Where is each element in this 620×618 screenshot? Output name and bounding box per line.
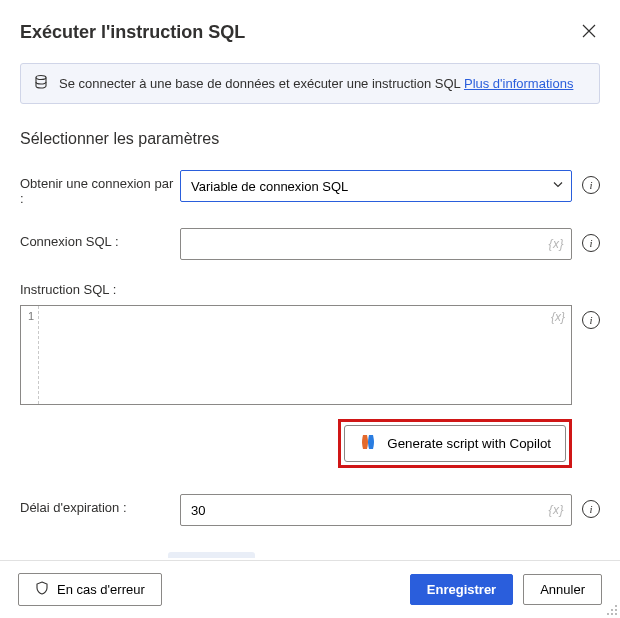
timeout-input[interactable] [180,494,572,526]
line-number: 1 [21,306,39,404]
chevron-right-icon [20,556,30,559]
svg-point-2 [611,609,613,611]
generate-script-copilot-button[interactable]: Generate script with Copilot [344,425,566,462]
svg-point-3 [615,609,617,611]
on-error-button[interactable]: En cas d'erreur [18,573,162,606]
sql-instruction-label: Instruction SQL : [20,282,600,297]
info-icon[interactable]: i [582,500,600,518]
info-bar: Se connecter à une base de données et ex… [20,63,600,104]
copilot-highlight: Generate script with Copilot [338,419,572,468]
variable-tag[interactable]: QueryResult [168,552,255,558]
section-heading: Sélectionner les paramètres [20,130,600,148]
save-button[interactable]: Enregistrer [410,574,513,605]
svg-point-5 [611,613,613,615]
resize-grip[interactable] [606,604,618,616]
info-text: Se connecter à une base de données et ex… [59,76,573,91]
svg-point-1 [615,605,617,607]
svg-point-4 [607,613,609,615]
connection-by-label: Obtenir une connexion par : [20,170,180,206]
info-icon[interactable]: i [582,311,600,329]
copilot-icon [359,433,377,454]
dialog-title: Exécuter l'instruction SQL [20,22,245,43]
variable-placeholder-icon: {x} [551,310,565,324]
variables-produced-toggle[interactable]: Variables produites [20,556,156,559]
cancel-button[interactable]: Annuler [523,574,602,605]
close-icon[interactable] [578,20,600,45]
sql-connection-label: Connexion SQL : [20,228,180,249]
svg-point-6 [615,613,617,615]
info-icon[interactable]: i [582,234,600,252]
timeout-label: Délai d'expiration : [20,494,180,515]
svg-point-0 [36,76,46,80]
database-icon [33,74,49,93]
more-info-link[interactable]: Plus d'informations [464,76,573,91]
shield-icon [35,581,49,598]
sql-connection-input[interactable] [180,228,572,260]
connection-by-select[interactable] [180,170,572,202]
sql-instruction-editor[interactable]: 1 {x} [20,305,572,405]
info-icon[interactable]: i [582,176,600,194]
